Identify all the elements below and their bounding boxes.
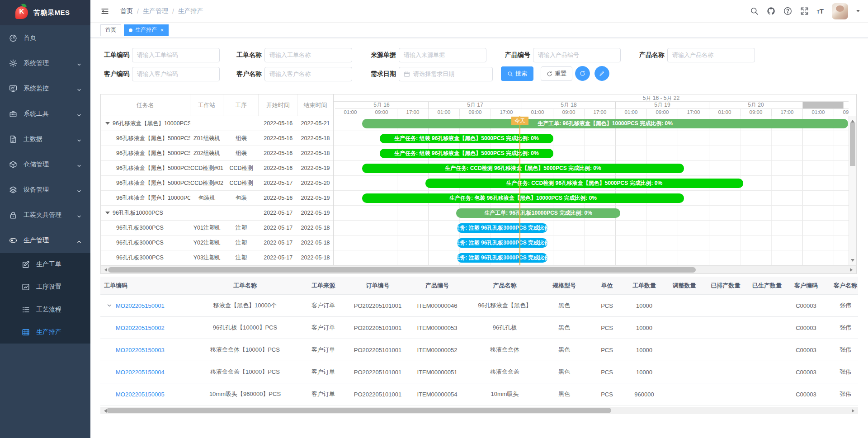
app-root: K 苦糖果MES 首页系统管理系统监控系统工具主数据仓储管理设备管理工装夹具管理… (0, 0, 868, 438)
sidebar-item-production-schedule[interactable]: 生产排产 (0, 321, 90, 344)
work-order-link[interactable]: MO202205150004 (116, 369, 165, 376)
workstation-cell: 包装机 (190, 194, 224, 202)
table-row[interactable]: MO20220515000510mm吸头【960000】PCS客户订单PO202… (100, 383, 858, 405)
task-bar[interactable]: 生产任务: 注塑 96孔孔板3000PCS 完成比例: 0% (457, 253, 547, 263)
table-row[interactable]: MO20220515000296孔孔板【10000】PCS客户订单PO20220… (100, 317, 858, 339)
work-order-bar[interactable]: 生产工单: 96孔移液盒【黑色】10000PCS 完成比例: 0% (362, 119, 848, 128)
tab-home[interactable]: 首页 (100, 24, 121, 36)
scrollbar-thumb[interactable] (108, 267, 696, 273)
work-order-link[interactable]: MO202205150002 (116, 325, 165, 331)
sidebar-menu: 首页系统管理系统监控系统工具主数据仓储管理设备管理工装夹具管理生产管理生产工单工… (0, 25, 90, 344)
help-icon[interactable] (783, 7, 792, 15)
refresh-gantt-button[interactable] (575, 66, 590, 81)
collapse-caret-icon[interactable] (105, 122, 110, 127)
gantt-task-row[interactable]: 96孔移液盒【黑色】5000PCSCCD检测#02CCD检测2022-05-17… (101, 176, 333, 191)
task-bar[interactable]: 生产任务: 包装 96孔移液盒【黑色】10000PCS 完成比例: 0% (362, 193, 684, 203)
sidebar-item-process-setting[interactable]: 工序设置 (0, 276, 90, 298)
work-order-link[interactable]: MO202205150005 (116, 391, 165, 398)
source-doc-input[interactable]: 请输入来源单据 (399, 48, 486, 62)
gantt-vertical-scrollbar[interactable] (849, 116, 856, 265)
work-order-link[interactable]: MO202205150001 (116, 302, 165, 309)
customer-code-input[interactable]: 请输入客户编码 (132, 67, 220, 81)
sidebar-item-work-order[interactable]: 生产工单 (0, 253, 90, 276)
scroll-left-arrow[interactable] (103, 268, 107, 272)
gantt-task-row[interactable]: 96孔移液盒【黑色】5000PCSZ01组装机组装2022-05-162022-… (101, 131, 333, 146)
edit-schedule-button[interactable] (594, 66, 609, 81)
gantt-task-row[interactable]: 96孔孔板3000PCSY03注塑机注塑2022-05-172022-05-18 (101, 250, 333, 265)
breadcrumb-item[interactable]: 生产排产 (178, 7, 203, 15)
sidebar-item-process-flow[interactable]: 工艺流程 (0, 298, 90, 321)
scroll-left-arrow[interactable] (102, 409, 107, 413)
search-icon[interactable] (750, 7, 759, 15)
process-cell: 注塑 (224, 239, 259, 247)
task-bar[interactable]: 生产任务: 组装 96孔移液盒【黑色】5000PCS 完成比例: 0% (380, 149, 553, 158)
sidebar-item-system-tools[interactable]: 系统工具 (0, 101, 90, 127)
task-bar[interactable]: 生产任务: CCD检测 96孔移液盒【黑色】5000PCS 完成比例: 0% (362, 164, 684, 173)
sidebar-item-home[interactable]: 首页 (0, 25, 90, 51)
filter-label: 客户名称 (236, 70, 264, 78)
top-navbar: 首页/生产管理/生产排产 TT (90, 0, 868, 23)
gantt-task-row[interactable]: 96孔孔板3000PCSY02注塑机注塑2022-05-172022-05-18 (101, 235, 333, 250)
customer-name-input[interactable]: 请输入客户名称 (264, 67, 352, 81)
task-bar[interactable]: 生产任务: 注塑 96孔孔板3000PCS 完成比例: 0% (457, 223, 547, 233)
collapse-caret-icon[interactable] (105, 212, 110, 217)
breadcrumb-item[interactable]: 生产管理 (143, 7, 168, 15)
reset-button[interactable]: 重置 (541, 66, 572, 81)
scrollbar-thumb[interactable] (107, 408, 611, 413)
font-size-icon[interactable]: TT (817, 7, 824, 15)
github-icon[interactable] (767, 7, 775, 15)
sidebar-item-production-mgmt[interactable]: 生产管理 (0, 228, 90, 253)
table-column-header: 工单编码 (100, 282, 195, 290)
scroll-down-arrow[interactable] (851, 259, 854, 264)
scrollbar-thumb[interactable] (850, 122, 855, 166)
cell-order-no: PO202205101001 (351, 325, 404, 331)
chevron-down-icon (77, 112, 81, 116)
work-order-bar[interactable]: 生产工单: 96孔孔板10000PCS 完成比例: 0% (456, 208, 620, 218)
cell-unit: PCS (589, 391, 625, 398)
task-bar[interactable]: 生产任务: CCD检测 96孔移液盒【黑色】5000PCS 完成比例: 0% (425, 179, 743, 188)
gantt-bar-row: 生产任务: 包装 96孔移液盒【黑色】10000PCS 完成比例: 0% (334, 191, 849, 206)
product-code-input[interactable]: 请输入产品编号 (533, 48, 621, 62)
gantt-task-row[interactable]: 96孔移液盒【黑色】10000PCS2022-05-162022-05-21 (101, 116, 333, 131)
breadcrumb-item[interactable]: 首页 (120, 7, 133, 15)
sidebar-item-system-mgmt[interactable]: 系统管理 (0, 51, 90, 76)
work-order-code-input[interactable]: 请输入工单编码 (132, 48, 220, 62)
table-horizontal-scrollbar[interactable] (100, 407, 858, 414)
user-menu-caret-icon[interactable] (856, 10, 860, 14)
sidebar-item-warehouse-mgmt[interactable]: 仓储管理 (0, 152, 90, 177)
demand-date-input[interactable]: 请选择需求日期 (399, 67, 493, 81)
sidebar-collapse-icon[interactable] (100, 8, 109, 15)
task-bar[interactable]: 生产任务: 注塑 96孔孔板3000PCS 完成比例: 0% (457, 238, 547, 248)
product-name-input[interactable]: 请输入产品名称 (667, 48, 755, 62)
work-order-name-input[interactable]: 请输入工单名称 (264, 48, 352, 62)
user-avatar[interactable] (832, 3, 848, 19)
table-row[interactable]: MO202205150004移液盒盒盖【10000】PCS客户订单PO20220… (100, 361, 858, 383)
grid-icon (22, 328, 30, 336)
cell-order-no: PO202205101001 (351, 347, 404, 353)
gantt-task-row[interactable]: 96孔移液盒【黑色】5000PCSCCD检测#01CCD检测2022-05-16… (101, 161, 333, 176)
sidebar-item-system-monitor[interactable]: 系统监控 (0, 76, 90, 101)
fullscreen-icon[interactable] (800, 7, 809, 15)
work-order-link[interactable]: MO202205150003 (116, 347, 165, 353)
scroll-up-arrow[interactable] (851, 118, 854, 122)
gantt-task-row[interactable]: 96孔孔板3000PCSY01注塑机注塑2022-05-172022-05-18 (101, 221, 333, 235)
search-button[interactable]: 搜索 (501, 66, 533, 81)
cell-product-code: ITEM00000053 (404, 325, 470, 331)
task-bar[interactable]: 生产任务: 组装 96孔移液盒【黑色】5000PCS 完成比例: 0% (380, 134, 553, 143)
sidebar-item-equipment-mgmt[interactable]: 设备管理 (0, 177, 90, 203)
close-icon[interactable]: × (160, 27, 164, 33)
row-expand-icon[interactable] (107, 303, 112, 308)
cell-code: MO202205150001 (100, 302, 195, 309)
timeline-range-label: 5月 16 - 5月 22 (334, 94, 849, 102)
scroll-right-arrow[interactable] (850, 268, 854, 272)
sidebar-item-fixture-mgmt[interactable]: 工装夹具管理 (0, 203, 90, 228)
scroll-right-arrow[interactable] (852, 409, 856, 413)
sidebar-item-master-data[interactable]: 主数据 (0, 127, 90, 152)
gantt-task-row[interactable]: 96孔移液盒【黑色】10000PCS包装机包装2022-05-162022-05… (101, 191, 333, 206)
gantt-task-row[interactable]: 96孔孔板10000PCS2022-05-172022-05-19 (101, 206, 333, 221)
gantt-horizontal-scrollbar[interactable] (101, 265, 856, 273)
table-row[interactable]: MO202205150003移液盒盒体【10000】PCS客户订单PO20220… (100, 339, 858, 361)
tab-production-schedule[interactable]: 生产排产× (124, 24, 169, 36)
table-row[interactable]: MO202205150001移液盒【黑色】10000个客户订单PO2022051… (100, 295, 858, 317)
gantt-task-row[interactable]: 96孔移液盒【黑色】5000PCSZ02组装机组装2022-05-162022-… (101, 146, 333, 161)
